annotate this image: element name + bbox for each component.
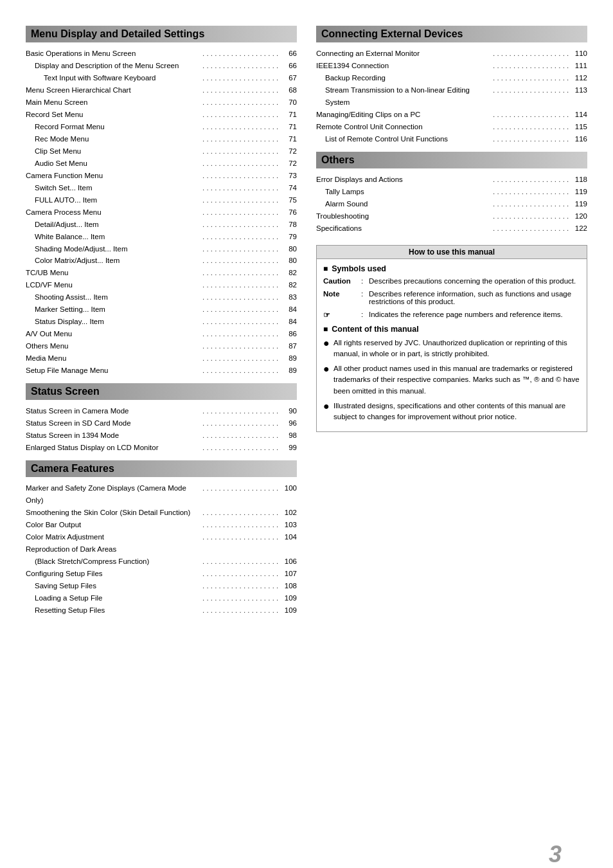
entry-dots: . . . . . . . . . . . . . . . . . . . . … — [202, 291, 280, 303]
toc-entry: Record Set Menu . . . . . . . . . . . . … — [26, 109, 297, 121]
toc-entry: Configuring Setup Files . . . . . . . . … — [26, 568, 297, 580]
toc-section: Camera FeaturesMarker and Safety Zone Di… — [26, 460, 297, 617]
entry-page: 120 — [571, 210, 587, 222]
entry-title: Record Set Menu — [26, 109, 201, 121]
toc-entry: LCD/VF Menu . . . . . . . . . . . . . . … — [26, 279, 297, 291]
symbol-colon: : — [361, 311, 366, 318]
toc-entry: Shooting Assist... Item . . . . . . . . … — [26, 291, 297, 303]
toc-entry: (Black Stretch/Compress Function) . . . … — [26, 556, 297, 568]
entry-dots: . . . . . . . . . . . . . . . . . . . . … — [202, 556, 280, 568]
symbol-row: Note:Describes reference information, su… — [323, 290, 580, 305]
toc-entry: Alarm Sound . . . . . . . . . . . . . . … — [316, 198, 587, 210]
entry-title: Status Screen in 1394 Mode — [26, 429, 201, 442]
entry-dots: . . . . . . . . . . . . . . . . . . . . … — [202, 96, 280, 109]
entry-dots: . . . . . . . . . . . . . . . . . . . . … — [202, 592, 280, 604]
entry-dots: . . . . . . . . . . . . . . . . . . . . … — [202, 352, 280, 365]
toc-entry: Display and Description of the Menu Scre… — [26, 60, 297, 72]
entry-title: Alarm Sound — [316, 198, 492, 210]
entry-title: Reproduction of Dark Areas — [26, 543, 297, 556]
entry-title: Color Matrix Adjustment — [26, 531, 201, 543]
bullet-text: All rights reserved by JVC. Unauthorized… — [333, 338, 580, 360]
entry-title: Menu Screen Hierarchical Chart — [26, 84, 201, 96]
bullet-dot: ● — [323, 338, 330, 349]
entry-page: 87 — [281, 340, 297, 352]
entry-page: 119 — [571, 186, 587, 198]
entry-dots: . . . . . . . . . . . . . . . . . . . . … — [202, 60, 280, 72]
entry-title: Connecting an External Monitor — [316, 48, 492, 60]
entry-title: Shading Mode/Adjust... Item — [26, 243, 201, 255]
page-number: 3 — [549, 841, 562, 868]
entry-page: 73 — [281, 170, 297, 182]
toc-section: Connecting External DevicesConnecting an… — [316, 26, 587, 145]
entry-dots: . . . . . . . . . . . . . . . . . . . . … — [493, 198, 570, 210]
toc-entry: Record Format Menu . . . . . . . . . . .… — [26, 121, 297, 133]
howto-box: How to use this manualSymbols usedCautio… — [316, 245, 587, 433]
toc-entry: Marker Setting... Item . . . . . . . . .… — [26, 303, 297, 316]
bullet-item: ●Illustrated designs, specifications and… — [323, 401, 580, 423]
entry-title: Camera Function Menu — [26, 170, 201, 182]
entry-dots: . . . . . . . . . . . . . . . . . . . . … — [493, 72, 570, 84]
toc-entry: Color Matrix Adjustment . . . . . . . . … — [26, 531, 297, 543]
toc-entry: Status Screen in 1394 Mode . . . . . . .… — [26, 429, 297, 442]
bullet-dot: ● — [323, 401, 330, 412]
entry-title: Others Menu — [26, 340, 201, 352]
entry-title: Marker and Safety Zone Displays (Camera … — [26, 482, 201, 507]
entry-page: 99 — [281, 442, 297, 454]
entry-page: 110 — [571, 48, 587, 60]
toc-entry: Resetting Setup Files . . . . . . . . . … — [26, 604, 297, 617]
entry-dots: . . . . . . . . . . . . . . . . . . . . … — [493, 121, 570, 133]
entry-dots: . . . . . . . . . . . . . . . . . . . . … — [202, 219, 280, 231]
toc-entry: Color Matrix/Adjust... Item . . . . . . … — [26, 255, 297, 267]
entry-page: 70 — [281, 96, 297, 109]
symbol-key: Note — [323, 290, 359, 298]
toc-entry: Detail/Adjust... Item . . . . . . . . . … — [26, 219, 297, 231]
entry-title: Switch Set... Item — [26, 182, 201, 194]
entry-dots: . . . . . . . . . . . . . . . . . . . . … — [493, 109, 570, 121]
toc-entry: Enlarged Status Display on LCD Monitor .… — [26, 442, 297, 454]
entry-dots: . . . . . . . . . . . . . . . . . . . . … — [202, 303, 280, 316]
toc-entry: Menu Screen Hierarchical Chart . . . . .… — [26, 84, 297, 96]
entry-dots: . . . . . . . . . . . . . . . . . . . . … — [202, 243, 280, 255]
entry-title: Backup Recording — [316, 72, 492, 84]
symbol-desc: Indicates the reference page numbers and… — [369, 311, 580, 318]
entry-title: Troubleshooting — [316, 210, 492, 222]
entry-title: Marker Setting... Item — [26, 303, 201, 316]
entry-page: 89 — [281, 352, 297, 365]
entry-title: Stream Transmission to a Non-linear Edit… — [316, 84, 492, 109]
symbol-colon: : — [361, 277, 366, 285]
entry-title: Rec Mode Menu — [26, 133, 201, 145]
symbol-desc: Describes precautions concerning the ope… — [369, 277, 580, 285]
entry-title: Enlarged Status Display on LCD Monitor — [26, 442, 201, 454]
entry-page: 90 — [281, 405, 297, 417]
entry-page: 80 — [281, 243, 297, 255]
entry-title: Status Screen in Camera Mode — [26, 405, 201, 417]
toc-entry: Rec Mode Menu . . . . . . . . . . . . . … — [26, 133, 297, 145]
entry-dots: . . . . . . . . . . . . . . . . . . . . … — [202, 316, 280, 328]
entry-title: Detail/Adjust... Item — [26, 219, 201, 231]
toc-entry: Text Input with Software Keyboard . . . … — [26, 72, 297, 84]
entry-dots: . . . . . . . . . . . . . . . . . . . . … — [202, 72, 280, 84]
entry-page: 106 — [281, 556, 297, 568]
toc-section: Status ScreenStatus Screen in Camera Mod… — [26, 383, 297, 454]
entry-title: Basic Operations in Menu Screen — [26, 48, 201, 60]
toc-entry: Specifications . . . . . . . . . . . . .… — [316, 222, 587, 235]
entry-page: 111 — [571, 60, 587, 72]
toc-section: OthersError Displays and Actions . . . .… — [316, 152, 587, 235]
toc-entry: IEEE1394 Connection . . . . . . . . . . … — [316, 60, 587, 72]
toc-entry: List of Remote Control Unit Functions . … — [316, 133, 587, 145]
entry-page: 103 — [281, 519, 297, 531]
entry-dots: . . . . . . . . . . . . . . . . . . . . … — [493, 84, 570, 109]
symbol-key: Caution — [323, 277, 359, 285]
entry-page: 109 — [281, 592, 297, 604]
entry-page: 72 — [281, 145, 297, 158]
entry-title: A/V Out Menu — [26, 328, 201, 340]
toc-entry: Stream Transmission to a Non-linear Edit… — [316, 84, 587, 109]
entry-dots: . . . . . . . . . . . . . . . . . . . . … — [202, 442, 280, 454]
toc-entry: Marker and Safety Zone Displays (Camera … — [26, 482, 297, 507]
entry-title: Specifications — [316, 222, 492, 235]
entry-dots: . . . . . . . . . . . . . . . . . . . . … — [202, 482, 280, 507]
bullet-item: ●All other product names used in this ma… — [323, 363, 580, 397]
entry-page: 76 — [281, 206, 297, 219]
entry-page: 100 — [281, 482, 297, 507]
entry-page: 114 — [571, 109, 587, 121]
